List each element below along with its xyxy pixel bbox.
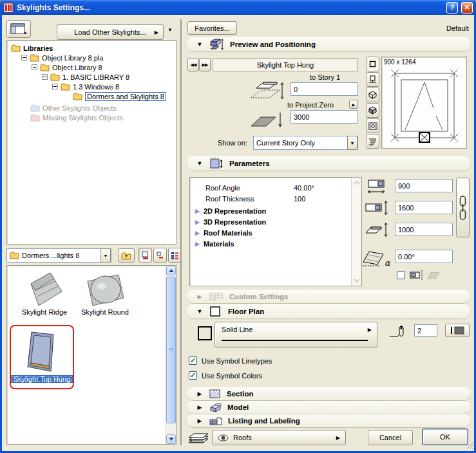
linetype-selector-button[interactable]: Solid Line ▶: [214, 322, 377, 347]
cancel-button[interactable]: Cancel: [368, 430, 413, 445]
title-bar[interactable]: Skylights Settings... ? ✕: [0, 0, 476, 15]
parameter-row-roof-angle[interactable]: Roof Angle 40.00°: [205, 183, 347, 193]
use-symbol-linetypes-label: Use Symbol Linetypes: [202, 357, 272, 365]
browser-scrollbar[interactable]: [166, 266, 176, 444]
expand-triangle-icon[interactable]: ▶: [195, 241, 200, 247]
preview-3d-shaded-button[interactable]: [366, 103, 379, 118]
object-item-skylight-top-hung[interactable]: Skylight Top Hung: [10, 325, 74, 389]
tree-node-object-library-8-pla[interactable]: Object Library 8.pla: [21, 53, 103, 62]
section-floor-plan[interactable]: ▼ Floor Plan: [187, 304, 470, 319]
use-symbol-linetypes-checkbox[interactable]: ✓: [189, 356, 197, 365]
default-label[interactable]: Default: [446, 24, 469, 32]
show-on-dropdown[interactable]: Current Story Only ▼: [253, 136, 358, 150]
tree-node-windows-8[interactable]: 1.3 Windows 8: [52, 82, 119, 91]
scroll-down-button[interactable]: [166, 434, 176, 444]
tree-node-object-library-8[interactable]: Object Library 8: [32, 62, 102, 72]
scroll-up-button[interactable]: [166, 266, 176, 275]
up-folder-button[interactable]: [118, 248, 135, 263]
sill-elevation-field[interactable]: 1000: [395, 223, 453, 236]
ok-button[interactable]: OK: [422, 429, 468, 445]
svg-text:α: α: [385, 258, 391, 267]
parameters-scrollbar[interactable]: [351, 178, 361, 286]
parameter-group-roof-materials[interactable]: ▶ Roof Materials: [195, 228, 252, 238]
tree-node-dormers-and-skylights-8[interactable]: Dormers and Skylights 8: [73, 91, 166, 101]
parameter-group-materials[interactable]: ▶ Materials: [195, 239, 234, 249]
preview-info-button[interactable]: [366, 134, 379, 149]
section-section[interactable]: ▶ Section: [187, 387, 470, 400]
sill-height-field[interactable]: 0: [290, 82, 358, 96]
object-browser[interactable]: Skylight Ridge Skylight Round Skylight T…: [6, 265, 176, 445]
dialog-layout-icon: [10, 23, 27, 35]
to-project-zero-label: to Project Zero: [287, 101, 334, 109]
combobox-dropdown-icon[interactable]: ▼: [100, 248, 111, 263]
preview-picture-button[interactable]: [366, 118, 379, 133]
section-parameters[interactable]: ▼ Parameters: [187, 156, 470, 171]
expand-arrow-icon[interactable]: ▶: [196, 391, 204, 397]
expand-arrow-icon[interactable]: ▶: [196, 404, 204, 411]
tree-node-libraries[interactable]: Libraries: [11, 43, 53, 53]
mirror-checkbox[interactable]: [397, 271, 405, 279]
expand-arrow-icon: ▶: [196, 293, 204, 300]
collapse-box-icon[interactable]: [52, 84, 58, 89]
expand-triangle-icon[interactable]: ▶: [195, 219, 200, 225]
width-field[interactable]: 900: [395, 179, 453, 192]
preview-front-view-button[interactable]: [366, 72, 379, 87]
tree-node-basic-library-8[interactable]: 1. BASIC LIBRARY 8: [42, 72, 129, 82]
collapse-arrow-icon[interactable]: ▼: [196, 308, 204, 315]
preview-2d-symbol-button[interactable]: [366, 57, 379, 71]
object-item-skylight-ridge[interactable]: Skylight Ridge: [15, 271, 74, 316]
tree-node-missing-skylights-objects[interactable]: Missing Skylights Objects: [30, 113, 123, 122]
scrollbar-thumb[interactable]: [166, 277, 176, 423]
pen-number-field[interactable]: 2: [414, 324, 437, 337]
header-height-field[interactable]: 3000: [290, 110, 358, 124]
section-listing-and-labeling[interactable]: ▶ Listing and Labeling: [187, 414, 470, 427]
toolbar-dropdown-icon[interactable]: ▼: [167, 27, 173, 33]
section-preview-and-positioning[interactable]: ▼ Preview and Positioning: [187, 37, 470, 51]
object-item-skylight-round[interactable]: Skylight Round: [75, 271, 135, 316]
dialog-layout-button[interactable]: [6, 20, 31, 38]
next-object-button[interactable]: ▶▶: [199, 58, 211, 71]
layer-selector-button[interactable]: Roofs ▶: [212, 430, 346, 445]
library-tree[interactable]: Libraries Object Library 8.pla Object Li…: [6, 40, 176, 245]
scroll-down-chevron[interactable]: [353, 278, 361, 283]
expand-triangle-icon[interactable]: ▶: [195, 208, 200, 214]
parameter-group-3d-representation[interactable]: ▶ 3D Representation: [195, 217, 266, 227]
folder-combobox-value: Dormers ...lights 8: [22, 252, 79, 259]
parameter-row-roof-thickness[interactable]: Roof Thickness 100: [205, 194, 347, 204]
height-field[interactable]: 1600: [395, 201, 453, 214]
reference-level-flyout-button[interactable]: ▶: [349, 100, 358, 109]
tree-node-other-skylights-objects[interactable]: Other Skylights Objects: [30, 103, 117, 113]
load-other-skylights-button[interactable]: Load Other Skylights... ▶: [57, 24, 164, 40]
preview-panel[interactable]: 900 x 1264: [381, 57, 467, 149]
pen-color-button[interactable]: [445, 324, 470, 337]
view-small-icons-button[interactable]: [153, 248, 167, 263]
collapse-arrow-icon[interactable]: ▼: [196, 41, 204, 48]
resize-grip[interactable]: [466, 442, 474, 450]
dropdown-arrow-icon[interactable]: ▼: [347, 136, 357, 150]
skylight-round-thumbnail: [82, 271, 128, 308]
layers-icon: [187, 430, 211, 445]
folder-combobox[interactable]: Dormers ...lights 8 ▼: [6, 248, 111, 263]
collapse-box-icon[interactable]: [42, 74, 48, 80]
chain-link-button[interactable]: [456, 178, 470, 237]
parameter-group-2d-representation[interactable]: ▶ 2D Representation: [195, 206, 266, 216]
collapse-box-icon[interactable]: [21, 55, 27, 60]
previous-object-button[interactable]: ◀◀: [187, 58, 199, 71]
favorites-button[interactable]: Favorites...: [187, 21, 237, 35]
section-model[interactable]: ▶ Model: [187, 401, 470, 414]
view-large-icons-button[interactable]: [138, 248, 152, 263]
help-button[interactable]: ?: [446, 2, 458, 14]
expand-arrow-icon[interactable]: ▶: [196, 418, 204, 424]
use-symbol-colors-checkbox[interactable]: ✓: [189, 371, 197, 380]
scroll-up-chevron[interactable]: [353, 180, 361, 185]
view-list-button[interactable]: [168, 248, 182, 263]
rotation-angle-field[interactable]: 0.00°: [395, 250, 453, 263]
collapse-box-icon[interactable]: [32, 64, 37, 70]
collapse-arrow-icon[interactable]: ▼: [196, 160, 204, 167]
linetype-value: Solid Line: [222, 326, 252, 333]
preview-3d-wireframe-button[interactable]: [366, 88, 379, 102]
expand-triangle-icon[interactable]: ▶: [195, 230, 200, 236]
parameters-list[interactable]: Roof Angle 40.00° Roof Thickness 100 ▶ 2…: [189, 177, 362, 286]
preview-positioning-icon: [209, 38, 224, 51]
close-button[interactable]: ✕: [461, 2, 473, 14]
